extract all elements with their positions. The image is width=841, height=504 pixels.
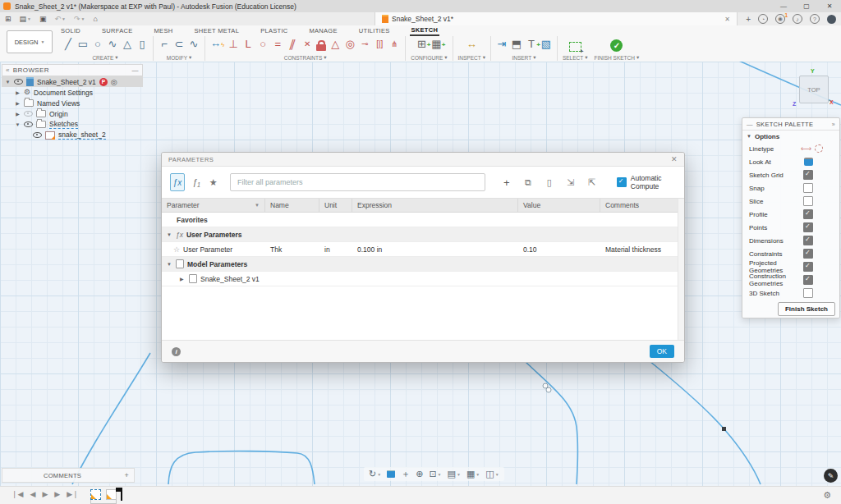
polygon-tool-icon[interactable]: △ xyxy=(122,35,133,53)
profile-checkbox[interactable] xyxy=(803,209,813,219)
collapse-arrow-icon[interactable]: ▼ xyxy=(5,80,11,85)
tab-utilities[interactable]: UTILITIES xyxy=(357,26,392,35)
browser-item-named-views[interactable]: ▶ Named Views xyxy=(2,98,143,108)
tab-close-icon[interactable]: ✕ xyxy=(724,16,730,23)
fix-constraint-icon[interactable]: △ xyxy=(329,35,341,53)
projected-geometries-checkbox[interactable] xyxy=(803,262,813,272)
app-grid-icon[interactable]: ⊞ xyxy=(5,15,11,23)
column-header-expression[interactable]: Expression xyxy=(352,199,518,212)
spline-tool-icon[interactable]: ∿ xyxy=(107,35,118,53)
minimize-button[interactable]: — xyxy=(772,0,795,12)
import-parameters-icon[interactable]: ⇲ xyxy=(564,175,577,190)
collapse-arrow-icon[interactable]: ▼ xyxy=(15,122,21,127)
tab-mesh[interactable]: MESH xyxy=(153,26,175,35)
display-settings-icon[interactable]: ▤▼ xyxy=(448,469,461,479)
expand-arrow-icon[interactable]: ▶ xyxy=(15,111,21,117)
viewcube[interactable]: TOP xyxy=(799,76,829,103)
expand-arrow-icon[interactable]: ▶ xyxy=(15,100,21,106)
tab-plastic[interactable]: PLASTIC xyxy=(259,26,289,35)
constraints-group-label[interactable]: CONSTRAINTS▾ xyxy=(284,54,327,61)
export-parameters-icon[interactable]: ⇱ xyxy=(586,175,599,190)
minimize-panel-icon[interactable]: — xyxy=(747,121,753,128)
visibility-eye-icon[interactable] xyxy=(33,132,42,138)
parallel-constraint-icon[interactable]: ∥ xyxy=(284,35,301,53)
dialog-titlebar[interactable]: PARAMETERS ✕ xyxy=(162,153,684,167)
create-group-label[interactable]: CREATE▾ xyxy=(92,54,117,61)
curvature-constraint-icon[interactable]: ⋔ xyxy=(388,35,400,53)
perpendicular-constraint-icon[interactable]: L xyxy=(242,35,254,53)
save-icon[interactable]: ▣ xyxy=(39,15,47,23)
visibility-eye-icon[interactable] xyxy=(14,79,23,85)
orbit-icon[interactable]: ↻▼ xyxy=(369,469,381,479)
add-parameter-icon[interactable]: + xyxy=(500,175,513,190)
slice-checkbox[interactable] xyxy=(803,196,813,206)
equal-constraint-icon[interactable]: = xyxy=(272,35,283,53)
user-avatar[interactable] xyxy=(827,15,836,24)
workspace-selector[interactable]: DESIGN ▼ xyxy=(7,30,53,53)
comments-bar[interactable]: COMMENTS + xyxy=(2,468,135,483)
measure-icon[interactable]: ↔ xyxy=(466,35,477,53)
model-component-row[interactable]: ▶ Snake_Sheet_2 v1 xyxy=(162,272,684,286)
points-checkbox[interactable] xyxy=(803,222,813,232)
help-icon[interactable]: ? xyxy=(810,14,820,24)
gear-icon[interactable]: ⚙ xyxy=(823,490,831,501)
dialog-close-icon[interactable]: ✕ xyxy=(671,155,678,163)
undo-icon[interactable]: ↶▼ xyxy=(55,15,67,23)
look-at-icon[interactable] xyxy=(804,158,813,166)
insert-image-icon[interactable]: ▧ xyxy=(540,35,552,53)
info-icon[interactable]: i xyxy=(172,347,181,356)
symmetry-constraint-icon[interactable]: [|] xyxy=(374,35,385,53)
favorite-star-icon[interactable]: ☆ xyxy=(173,245,180,254)
construction-line-icon[interactable] xyxy=(815,144,823,153)
configure-group-label[interactable]: CONFIGURE▾ xyxy=(411,54,447,61)
inspect-group-label[interactable]: INSPECT▾ xyxy=(458,54,485,61)
document-tab[interactable]: Snake_Sheet_2 v1* ✕ xyxy=(375,12,738,25)
expand-arrow-icon[interactable]: ▶ xyxy=(180,276,186,282)
line-tool-icon[interactable]: ╱ xyxy=(62,35,74,53)
rectangle-tool-icon[interactable]: ▭ xyxy=(77,35,89,53)
snap-checkbox[interactable] xyxy=(803,183,813,193)
skip-to-start-icon[interactable]: ❘◀ xyxy=(11,490,23,498)
dimensions-checkbox[interactable] xyxy=(803,236,813,245)
automatic-compute-toggle[interactable]: Automatic Compute xyxy=(617,174,676,190)
collapse-arrow-icon[interactable]: ▼ xyxy=(167,262,172,267)
zoom-icon[interactable]: ⊕ xyxy=(416,469,423,479)
collapse-arrow-icon[interactable]: ▼ xyxy=(167,232,172,237)
column-header-parameter[interactable]: Parameter▼ xyxy=(162,199,265,212)
tab-sheet-metal[interactable]: SHEET METAL xyxy=(192,26,241,35)
step-back-icon[interactable]: ◀ xyxy=(30,490,35,498)
trim-tool-icon[interactable]: ∿ xyxy=(188,35,200,53)
column-header-unit[interactable]: Unit xyxy=(319,199,352,212)
palette-header[interactable]: — SKETCH PALETTE » xyxy=(742,118,839,131)
table-scrollbar[interactable] xyxy=(678,199,684,340)
select-group-label[interactable]: SELECT▾ xyxy=(563,54,588,61)
job-status-icon[interactable]: ◔ xyxy=(758,14,768,24)
fx-filter-button[interactable]: ƒx xyxy=(170,173,185,191)
finish-sketch-icon[interactable]: ✓ xyxy=(610,39,623,52)
browser-item-sketches[interactable]: ▼ Sketches xyxy=(2,119,143,130)
tab-manage[interactable]: MANAGE xyxy=(308,26,339,35)
sketch-grid-checkbox[interactable] xyxy=(803,170,813,180)
visibility-eye-icon[interactable] xyxy=(24,111,33,117)
insert-text-icon[interactable]: T xyxy=(526,35,537,53)
centerline-icon[interactable]: ‹—› xyxy=(801,144,811,153)
insert-mesh-icon[interactable]: ⬒ xyxy=(511,35,522,53)
minimize-panel-icon[interactable]: — xyxy=(132,66,139,74)
redo-icon[interactable]: ↷▼ xyxy=(74,15,85,23)
sort-parameters-icon[interactable]: ƒ₁ xyxy=(191,175,202,190)
add-comment-icon[interactable]: + xyxy=(124,471,129,479)
browser-item-document-settings[interactable]: ▶ ⚙ Document Settings xyxy=(2,87,143,98)
browser-header[interactable]: « BROWSER — xyxy=(2,64,143,76)
ok-button[interactable]: OK xyxy=(650,345,674,358)
activate-component-icon[interactable]: ◎ xyxy=(111,78,117,86)
tab-solid[interactable]: SOLID xyxy=(59,26,82,35)
parameter-expression-cell[interactable]: 0.100 in xyxy=(352,245,518,254)
timeline-marker[interactable] xyxy=(121,488,122,501)
bell-icon[interactable]: ♪ xyxy=(793,14,802,24)
finish-sketch-button[interactable]: Finish Sketch xyxy=(778,302,835,316)
favorites-filter-icon[interactable]: ★ xyxy=(208,175,218,190)
file-menu-icon[interactable]: ▤▼ xyxy=(20,15,31,23)
pan-icon[interactable]: ＋ xyxy=(401,468,410,480)
sketch-feature-icon[interactable] xyxy=(90,489,101,500)
midpoint-constraint-icon[interactable]: ✕ xyxy=(301,35,313,53)
